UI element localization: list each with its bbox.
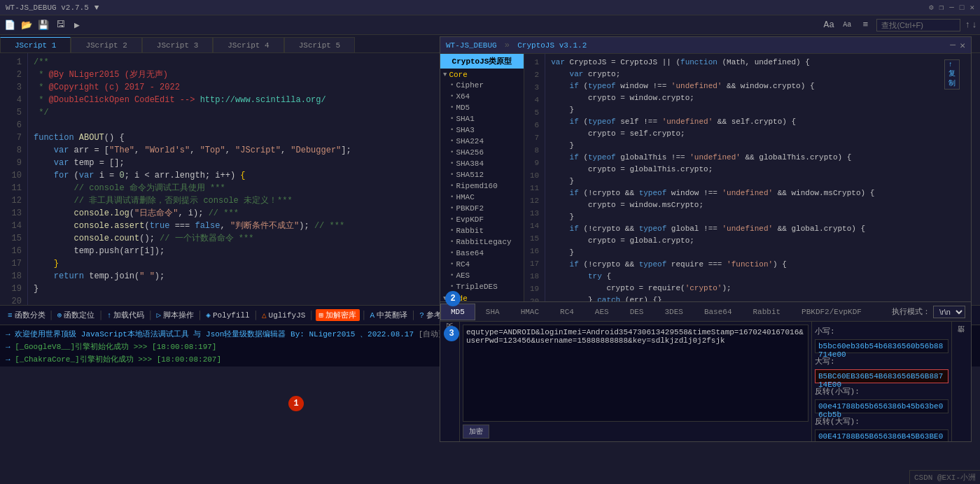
tree-panel: CryptoJS类原型 ▼ Core •Cipher •X64 •MD5 •SH… xyxy=(440,54,524,301)
overlay-code-line: } catch (err) {} xyxy=(551,294,965,301)
crypto-icon: ⊞ xyxy=(319,311,324,320)
script-ops-btn[interactable]: ▷ 脚本操作 xyxy=(154,310,196,320)
overlay-close-icon[interactable]: ✕ xyxy=(960,40,965,51)
save-icon[interactable]: 💾 xyxy=(36,18,50,32)
tree-item-rabbitlegacy[interactable]: •RabbitLegacy xyxy=(440,236,524,248)
line-numbers: 12345 678910 1112131415 1617181920 xyxy=(0,53,28,305)
copy-code-btn[interactable]: ↑复制 xyxy=(944,59,960,90)
overlay-code-line: } xyxy=(551,247,965,259)
overlay-title-bar: WT-JS_DEBUG » CryptoJS v3.1.2 ─ ✕ xyxy=(440,37,971,54)
tab-jscript1[interactable]: JScript 1 xyxy=(0,37,71,52)
uglifyjs-btn[interactable]: △ UglifyJS xyxy=(260,311,307,320)
crypto-btn[interactable]: ⊞ 加解密库 xyxy=(316,309,360,321)
reverse-lower-value: 00e41788b65b656386b45b63be06cb5b xyxy=(815,399,948,413)
overlay-code-line: if (typeof window !== 'undefined' && win… xyxy=(551,80,965,92)
polyfill-btn[interactable]: ◈ Polyfill xyxy=(204,311,251,320)
tree-item-base64[interactable]: •Base64 xyxy=(440,248,524,259)
tab-jscript3[interactable]: JScript 3 xyxy=(142,37,213,52)
open-file-icon[interactable]: 📂 xyxy=(20,18,34,32)
font-up-icon[interactable]: Aa xyxy=(822,18,836,32)
tree-item-ripemd160[interactable]: •Ripemd160 xyxy=(440,180,524,192)
mode-label: 执行模式： xyxy=(892,306,930,317)
tree-section-core[interactable]: ▼ Core xyxy=(440,69,524,80)
enc-btn-row: 加密 xyxy=(463,425,808,439)
overlay-code-line: } xyxy=(551,104,965,116)
tab-jscript2[interactable]: JScript 2 xyxy=(71,37,141,52)
manual-icon: ? xyxy=(419,311,424,320)
scroll-down-icon[interactable]: ↓ xyxy=(972,20,977,30)
tree-item-pbkdf2[interactable]: •PBKDF2 xyxy=(440,203,524,214)
tree-item-sha384[interactable]: •SHA384 xyxy=(440,158,524,169)
maximize-icon[interactable]: □ xyxy=(960,3,965,12)
tree-item-sha3[interactable]: •SHA3 xyxy=(440,124,524,136)
enc-tab-hmac[interactable]: HMAC xyxy=(510,304,550,320)
tree-item-evpkdf[interactable]: •EvpKDF xyxy=(440,214,524,225)
enc-center: equtype=ANDROID&loginImei=Android3547306… xyxy=(460,322,811,441)
func-class-icon: ≡ xyxy=(8,311,13,320)
overlay-code-editor[interactable]: var CryptoJS = CryptoJS || (function (Ma… xyxy=(545,54,971,301)
translate-btn[interactable]: A 中英翻译 xyxy=(368,310,410,320)
tree-item-x64[interactable]: •X64 xyxy=(440,91,524,102)
load-code-btn[interactable]: ↑ 加载代码 xyxy=(105,310,147,320)
lowercase-label: 小写: xyxy=(815,325,948,338)
func-locate-btn[interactable]: ⊕ 函数定位 xyxy=(55,310,97,320)
minimize-icon[interactable]: ─ xyxy=(949,3,954,12)
overlay-code-line: if (!crypto && typeof require === 'funct… xyxy=(551,259,965,271)
toolbar-right: Aa Aa ≡ ↑ ↓ xyxy=(822,18,977,32)
new-file-icon[interactable]: 📄 xyxy=(3,18,17,32)
enc-tab-pbkdf2[interactable]: PBKDF2/EvpKDF xyxy=(791,304,872,320)
enc-tab-rc4[interactable]: RC4 xyxy=(550,304,584,320)
close-icon[interactable]: ✕ xyxy=(969,3,974,12)
enc-tab-sha[interactable]: SHA xyxy=(475,304,510,320)
settings-icon[interactable]: ⚙ xyxy=(929,3,934,12)
encrypt-btn[interactable]: 加密 xyxy=(463,425,489,439)
tree-item-sha256[interactable]: •SHA256 xyxy=(440,147,524,158)
tree-item-cipher[interactable]: •Cipher xyxy=(440,80,524,91)
callout-1: 1 xyxy=(288,396,304,411)
overlay-minimize-icon[interactable]: ─ xyxy=(950,40,955,51)
tab-jscript5[interactable]: JScript 5 xyxy=(284,37,355,52)
tree-item-rc4[interactable]: •RC4 xyxy=(440,259,524,270)
enc-tab-rabbit[interactable]: Rabbit xyxy=(742,304,791,320)
align-icon[interactable]: ≡ xyxy=(858,18,872,32)
enc-tab-base64[interactable]: Base64 xyxy=(694,304,743,320)
clear-right-label[interactable]: 清空 xyxy=(957,336,967,341)
enc-tab-md5[interactable]: MD5 xyxy=(440,304,475,320)
enc-tab-3des[interactable]: 3DES xyxy=(654,304,693,320)
restore-icon[interactable]: ❐ xyxy=(939,3,944,12)
tree-item-md5[interactable]: •MD5 xyxy=(440,102,524,113)
run-icon[interactable]: ▶ xyxy=(70,18,84,32)
tree-item-sha224[interactable]: •SHA224 xyxy=(440,136,524,147)
overlay-bottom: MD5 SHA HMAC RC4 AES DES 3DES Base64 Rab… xyxy=(440,301,971,441)
enc-tab-des[interactable]: DES xyxy=(620,304,654,320)
tree-item-sha512[interactable]: •SHA512 xyxy=(440,169,524,180)
enc-input-field[interactable]: equtype=ANDROID&loginImei=Android3547306… xyxy=(463,325,808,422)
translate-icon: A xyxy=(370,311,374,320)
generate-script-label[interactable]: 生成方案下脚本 xyxy=(957,325,967,330)
save-all-icon[interactable]: 🖫 xyxy=(53,18,67,32)
enc-body: 复制 明文 equtype=ANDROID&loginImei=Android3… xyxy=(440,322,971,441)
tree-item-sha1[interactable]: •SHA1 xyxy=(440,113,524,124)
overlay-line-numbers: 12345 678910 1112131415 1617181920 2122 xyxy=(524,54,545,301)
title-dropdown[interactable]: ▼ xyxy=(94,3,99,12)
func-class-btn[interactable]: ≡ 函数分类 xyxy=(6,310,48,320)
tab-jscript4[interactable]: JScript 4 xyxy=(213,37,284,52)
code-display-panel: ↑复制 12345 678910 1112131415 1617181920 2… xyxy=(524,54,971,301)
overlay-code-line: } xyxy=(551,140,965,152)
callout-2: 2 xyxy=(445,291,461,306)
tree-item-rabbit[interactable]: •Rabbit xyxy=(440,225,524,236)
mode-select[interactable]: \r\n \n xyxy=(933,306,965,318)
tree-item-hmac[interactable]: •HMAC xyxy=(440,192,524,203)
overlay-window: WT-JS_DEBUG » CryptoJS v3.1.2 ─ ✕ Crypto… xyxy=(440,36,972,442)
tree-header: CryptoJS类原型 xyxy=(440,54,524,69)
csdn-badge: CSDN @EXI-小洲 xyxy=(909,470,980,484)
window-controls: ⚙ ❐ ─ □ ✕ xyxy=(929,3,974,12)
search-input[interactable] xyxy=(876,19,960,31)
enc-tab-aes[interactable]: AES xyxy=(584,304,620,320)
mode-selector: 执行模式： \r\n \n xyxy=(886,306,971,318)
font-down-icon[interactable]: Aa xyxy=(840,18,854,32)
tree-item-aes[interactable]: •AES xyxy=(440,270,524,281)
scroll-up-icon[interactable]: ↑ xyxy=(965,20,970,30)
overlay-code-line: } xyxy=(551,211,965,223)
overlay-controls: ─ ✕ xyxy=(950,40,965,51)
